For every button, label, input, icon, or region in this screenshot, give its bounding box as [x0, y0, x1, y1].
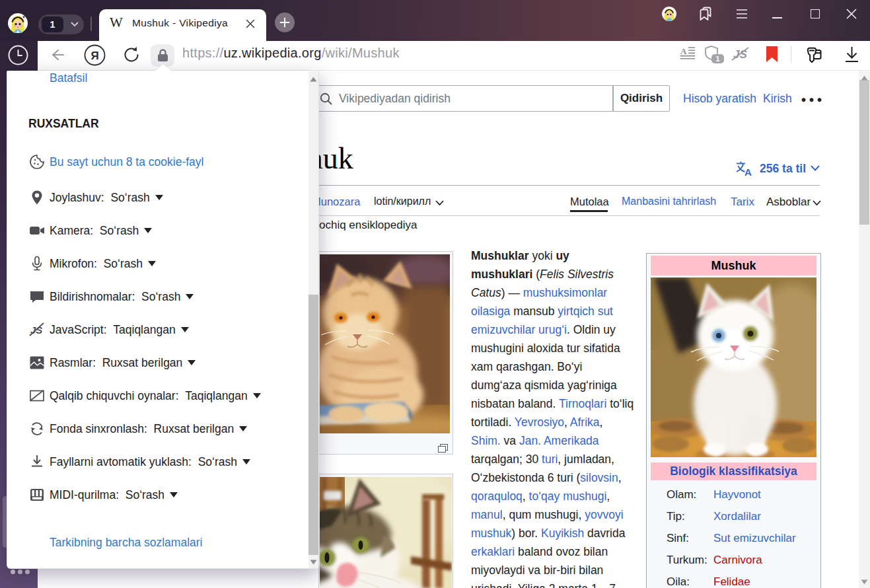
svg-text:Я: Я — [91, 50, 98, 62]
svg-text:A: A — [680, 47, 687, 56]
svg-text:A: A — [744, 166, 752, 176]
svg-text:1: 1 — [715, 55, 720, 63]
